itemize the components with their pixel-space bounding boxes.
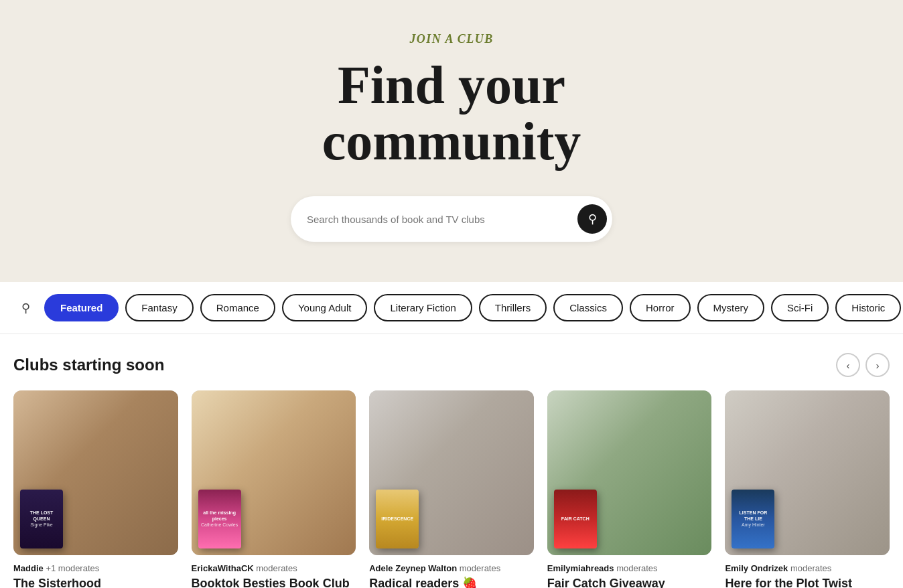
filter-pills: FeaturedFantasyRomanceYoung AdultLiterar… [44, 294, 901, 321]
search-button[interactable]: ⚲ [577, 204, 607, 234]
book-cover: THE LOST QUEENSigne Pike [20, 490, 63, 548]
section-header: Clubs starting soon ‹ › [13, 353, 890, 377]
moderator-name: Maddie +1 moderates [13, 563, 178, 573]
filter-pill-young-adult[interactable]: Young Adult [282, 294, 368, 321]
filter-pill-horror[interactable]: Horror [630, 294, 691, 321]
filter-pill-romance[interactable]: Romance [200, 294, 275, 321]
club-card[interactable]: all the missing piecesCatherine Cowles E… [192, 390, 356, 588]
club-name: Booktok Besties Book Club [192, 576, 356, 588]
moderator-name: Emilymiahreads moderates [547, 563, 712, 573]
club-name: Fair Catch Giveaway [547, 576, 712, 588]
club-name: Here for the Plot Twist [725, 576, 890, 588]
cards-row: THE LOST QUEENSigne Pike Maddie +1 moder… [13, 390, 890, 588]
hero-section: Join a Club Find your community ⚲ [0, 0, 903, 282]
nav-prev-button[interactable]: ‹ [836, 353, 860, 377]
moderator-name: Emily Ondrizek moderates [725, 563, 890, 573]
card-image: FAIR CATCH [547, 390, 712, 555]
book-cover: IRIDESCENCE [376, 490, 419, 548]
filter-pill-sci-fi[interactable]: Sci-Fi [771, 294, 829, 321]
card-image: all the missing piecesCatherine Cowles [192, 390, 356, 555]
club-name: Radical readers 🍓 [369, 576, 534, 588]
filter-pill-classics[interactable]: Classics [553, 294, 623, 321]
section-title: Clubs starting soon [13, 356, 164, 374]
clubs-section: Clubs starting soon ‹ › THE LOST QUEENSi… [0, 334, 903, 588]
book-cover: LISTEN FOR THE LIEAmy Hinter [732, 490, 774, 548]
filter-pill-mystery[interactable]: Mystery [697, 294, 765, 321]
search-icon: ⚲ [588, 212, 597, 226]
filter-pill-thrillers[interactable]: Thrillers [479, 294, 547, 321]
chevron-right-icon: › [876, 360, 880, 371]
filter-search-icon[interactable]: ⚲ [13, 296, 38, 320]
club-card[interactable]: IRIDESCENCE Adele Zeynep Walton moderate… [369, 390, 534, 588]
filter-pill-fantasy[interactable]: Fantasy [125, 294, 193, 321]
card-image: THE LOST QUEENSigne Pike [13, 390, 178, 555]
club-name: The Sisterhood [13, 576, 178, 588]
moderator-name: Adele Zeynep Walton moderates [369, 563, 534, 573]
section-nav: ‹ › [836, 353, 890, 377]
hero-title: Find your community [13, 57, 890, 169]
club-card[interactable]: THE LOST QUEENSigne Pike Maddie +1 moder… [13, 390, 178, 588]
card-image: IRIDESCENCE [369, 390, 534, 555]
search-input[interactable] [307, 214, 577, 225]
nav-next-button[interactable]: › [865, 353, 890, 377]
filter-pill-literary-fiction[interactable]: Literary Fiction [374, 294, 472, 321]
book-cover: all the missing piecesCatherine Cowles [198, 490, 241, 548]
club-card[interactable]: LISTEN FOR THE LIEAmy Hinter Emily Ondri… [725, 390, 890, 588]
book-cover: FAIR CATCH [554, 490, 597, 548]
moderator-name: ErickaWithaCK moderates [192, 563, 356, 573]
club-card[interactable]: FAIR CATCH Emilymiahreads moderates Fair… [547, 390, 712, 588]
filter-bar: ⚲ FeaturedFantasyRomanceYoung AdultLiter… [0, 282, 903, 334]
filter-pill-featured[interactable]: Featured [44, 294, 119, 321]
filter-pill-historic[interactable]: Historic [835, 294, 901, 321]
hero-eyebrow: Join a Club [13, 32, 890, 46]
search-bar: ⚲ [291, 196, 612, 242]
chevron-left-icon: ‹ [847, 360, 850, 371]
card-image: LISTEN FOR THE LIEAmy Hinter [725, 390, 890, 555]
